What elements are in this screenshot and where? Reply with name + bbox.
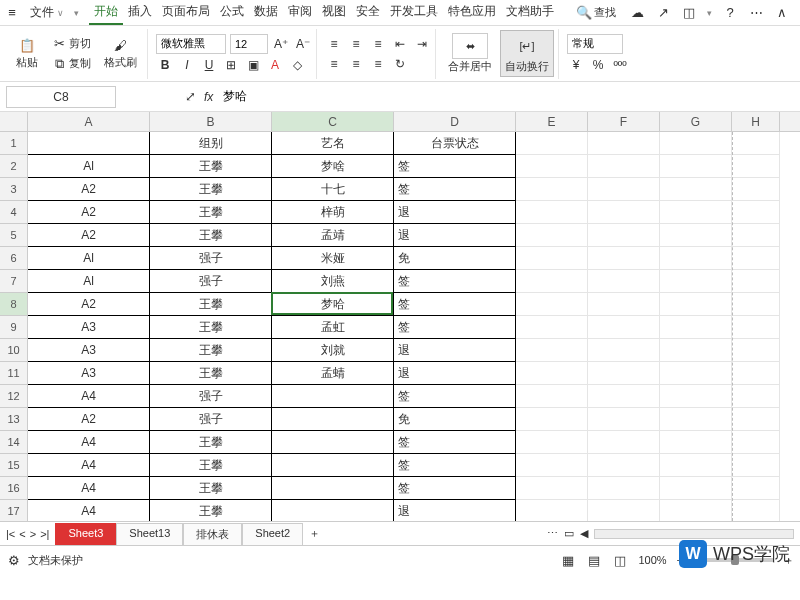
percent-button[interactable]: % bbox=[589, 56, 607, 74]
cell-H14[interactable] bbox=[732, 431, 780, 454]
cell-G3[interactable] bbox=[660, 178, 732, 201]
cell-grid[interactable]: 组别艺名台票状态Al王攀梦啥签A2王攀十七签A2王攀梓萌退A2王攀孟靖退Al强子… bbox=[28, 132, 800, 521]
align-middle-button[interactable]: ≡ bbox=[347, 35, 365, 53]
chevron-down-icon[interactable]: ▾ bbox=[707, 8, 712, 18]
chevron-down-icon[interactable]: ▾ bbox=[74, 8, 79, 18]
cell-G5[interactable] bbox=[660, 224, 732, 247]
cell-F3[interactable] bbox=[588, 178, 660, 201]
ribbon-tab-10[interactable]: 文档助手 bbox=[501, 0, 559, 25]
cell-A4[interactable]: A2 bbox=[28, 201, 150, 224]
align-left-button[interactable]: ≡ bbox=[325, 55, 343, 73]
cell-E5[interactable] bbox=[516, 224, 588, 247]
cell-F2[interactable] bbox=[588, 155, 660, 178]
more-icon[interactable]: ⋯ bbox=[748, 5, 764, 21]
col-header-D[interactable]: D bbox=[394, 112, 516, 131]
row-header-16[interactable]: 16 bbox=[0, 477, 28, 500]
cell-B11[interactable]: 王攀 bbox=[150, 362, 272, 385]
cell-H5[interactable] bbox=[732, 224, 780, 247]
italic-button[interactable]: I bbox=[178, 56, 196, 74]
cell-H3[interactable] bbox=[732, 178, 780, 201]
cell-G11[interactable] bbox=[660, 362, 732, 385]
cell-B7[interactable]: 强子 bbox=[150, 270, 272, 293]
cell-G9[interactable] bbox=[660, 316, 732, 339]
cell-E11[interactable] bbox=[516, 362, 588, 385]
cell-G8[interactable] bbox=[660, 293, 732, 316]
cell-G4[interactable] bbox=[660, 201, 732, 224]
row-header-5[interactable]: 5 bbox=[0, 224, 28, 247]
file-menu[interactable]: 文件 ∨ bbox=[24, 2, 70, 23]
split-icon[interactable]: ▭ bbox=[564, 527, 574, 540]
cell-B16[interactable]: 王攀 bbox=[150, 477, 272, 500]
window-icon[interactable]: ◫ bbox=[681, 5, 697, 21]
cell-E12[interactable] bbox=[516, 385, 588, 408]
cell-F1[interactable] bbox=[588, 132, 660, 155]
cell-F11[interactable] bbox=[588, 362, 660, 385]
cell-D12[interactable]: 签 bbox=[394, 385, 516, 408]
ribbon-tab-1[interactable]: 插入 bbox=[123, 0, 157, 25]
cell-F12[interactable] bbox=[588, 385, 660, 408]
fx-label[interactable]: fx bbox=[204, 90, 213, 104]
cell-G7[interactable] bbox=[660, 270, 732, 293]
cell-E6[interactable] bbox=[516, 247, 588, 270]
cell-E16[interactable] bbox=[516, 477, 588, 500]
name-box[interactable]: C8 bbox=[6, 86, 116, 108]
cell-D9[interactable]: 签 bbox=[394, 316, 516, 339]
next-sheet-button[interactable]: > bbox=[30, 528, 36, 540]
cell-G15[interactable] bbox=[660, 454, 732, 477]
cell-D14[interactable]: 签 bbox=[394, 431, 516, 454]
col-header-A[interactable]: A bbox=[28, 112, 150, 131]
cell-B5[interactable]: 王攀 bbox=[150, 224, 272, 247]
cell-G1[interactable] bbox=[660, 132, 732, 155]
cell-A15[interactable]: A4 bbox=[28, 454, 150, 477]
cell-D3[interactable]: 签 bbox=[394, 178, 516, 201]
cell-C16[interactable] bbox=[272, 477, 394, 500]
indent-increase-button[interactable]: ⇥ bbox=[413, 35, 431, 53]
row-header-4[interactable]: 4 bbox=[0, 201, 28, 224]
cell-F6[interactable] bbox=[588, 247, 660, 270]
align-top-button[interactable]: ≡ bbox=[325, 35, 343, 53]
cell-B15[interactable]: 王攀 bbox=[150, 454, 272, 477]
cell-B14[interactable]: 王攀 bbox=[150, 431, 272, 454]
currency-button[interactable]: ¥ bbox=[567, 56, 585, 74]
indent-decrease-button[interactable]: ⇤ bbox=[391, 35, 409, 53]
cell-B6[interactable]: 强子 bbox=[150, 247, 272, 270]
cell-C10[interactable]: 刘就 bbox=[272, 339, 394, 362]
horizontal-scrollbar[interactable] bbox=[594, 529, 794, 539]
cell-C1[interactable]: 艺名 bbox=[272, 132, 394, 155]
cell-B8[interactable]: 王攀 bbox=[150, 293, 272, 316]
sheet-tab-2[interactable]: 排休表 bbox=[183, 523, 242, 545]
ribbon-tab-6[interactable]: 视图 bbox=[317, 0, 351, 25]
col-header-H[interactable]: H bbox=[732, 112, 780, 131]
cell-A9[interactable]: A3 bbox=[28, 316, 150, 339]
clear-format-button[interactable]: ◇ bbox=[288, 56, 306, 74]
row-header-6[interactable]: 6 bbox=[0, 247, 28, 270]
cell-A2[interactable]: Al bbox=[28, 155, 150, 178]
cell-A5[interactable]: A2 bbox=[28, 224, 150, 247]
cell-C17[interactable] bbox=[272, 500, 394, 522]
cell-E2[interactable] bbox=[516, 155, 588, 178]
cell-C15[interactable] bbox=[272, 454, 394, 477]
cell-A7[interactable]: Al bbox=[28, 270, 150, 293]
underline-button[interactable]: U bbox=[200, 56, 218, 74]
cell-A12[interactable]: A4 bbox=[28, 385, 150, 408]
cell-F16[interactable] bbox=[588, 477, 660, 500]
col-header-E[interactable]: E bbox=[516, 112, 588, 131]
cell-F17[interactable] bbox=[588, 500, 660, 522]
cell-H9[interactable] bbox=[732, 316, 780, 339]
cell-A10[interactable]: A3 bbox=[28, 339, 150, 362]
row-header-8[interactable]: 8 bbox=[0, 293, 28, 316]
cell-E8[interactable] bbox=[516, 293, 588, 316]
cell-H16[interactable] bbox=[732, 477, 780, 500]
ribbon-tab-5[interactable]: 审阅 bbox=[283, 0, 317, 25]
row-header-10[interactable]: 10 bbox=[0, 339, 28, 362]
cell-C5[interactable]: 孟靖 bbox=[272, 224, 394, 247]
cell-F5[interactable] bbox=[588, 224, 660, 247]
cell-A14[interactable]: A4 bbox=[28, 431, 150, 454]
number-format-select[interactable] bbox=[567, 34, 623, 54]
prev-sheet-button[interactable]: < bbox=[19, 528, 25, 540]
cell-E9[interactable] bbox=[516, 316, 588, 339]
merge-center-button[interactable]: ⬌ 合并居中 bbox=[444, 31, 496, 76]
cell-D1[interactable]: 台票状态 bbox=[394, 132, 516, 155]
collapse-icon[interactable]: ∧ bbox=[774, 5, 790, 21]
border-button[interactable]: ⊞ bbox=[222, 56, 240, 74]
